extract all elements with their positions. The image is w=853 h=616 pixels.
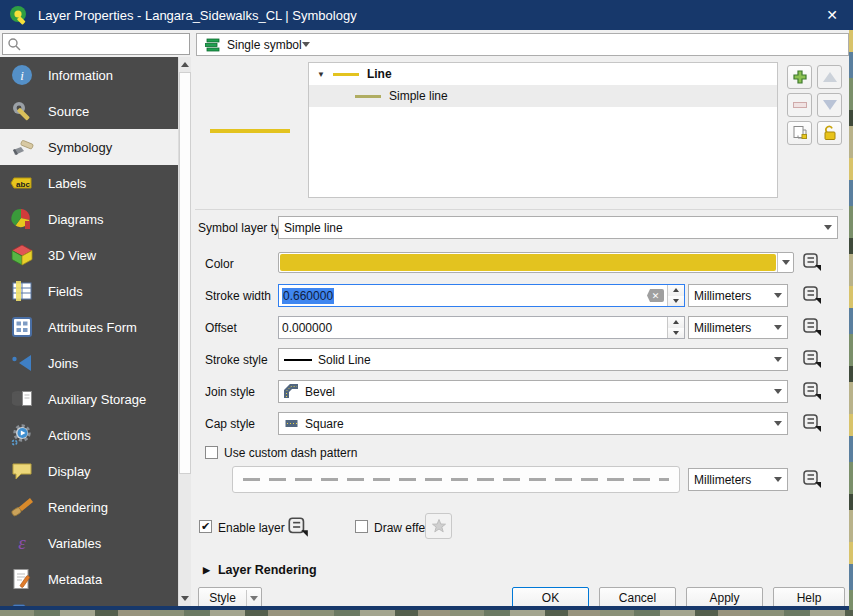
sidebar-item-partial[interactable] xyxy=(0,597,178,606)
sidebar-item-label: Labels xyxy=(48,176,86,191)
style-button-label: Style xyxy=(199,591,246,605)
offset-label: Offset xyxy=(205,321,237,335)
ok-button-label: OK xyxy=(542,591,559,605)
sidebar-scrollbar[interactable] xyxy=(178,57,191,606)
apply-button-label: Apply xyxy=(709,591,739,605)
sidebar-item-label: Diagrams xyxy=(48,212,104,227)
clear-value-icon[interactable]: ✕ xyxy=(647,289,664,302)
layer-rendering-expander[interactable]: ▶ Layer Rendering xyxy=(203,563,317,577)
minus-icon xyxy=(793,102,807,108)
qgis-logo-icon xyxy=(9,5,29,25)
enable-layer-checkbox[interactable]: ✔ xyxy=(199,520,212,533)
symbol-layer-type-dropdown[interactable]: Simple line xyxy=(278,216,838,239)
data-defined-override-icon xyxy=(801,317,823,337)
sidebar-item-labels[interactable]: abc Labels xyxy=(0,165,178,201)
offset-override-button[interactable] xyxy=(800,316,824,338)
renderer-dropdown[interactable]: Single symbol xyxy=(196,33,849,56)
dash-pattern-button[interactable] xyxy=(232,466,680,493)
duplicate-symbol-layer-button[interactable] xyxy=(787,121,812,145)
join-style-value: Bevel xyxy=(305,385,335,399)
sidebar-item-fields[interactable]: Fields xyxy=(0,273,178,309)
join-style-label: Join style xyxy=(205,385,255,399)
sidebar-item-label: Metadata xyxy=(48,572,102,587)
title-bar: Layer Properties - Langara_Sidewalks_CL … xyxy=(0,0,853,30)
divider xyxy=(195,209,843,210)
join-style-override-button[interactable] xyxy=(800,380,824,402)
offset-spinner[interactable] xyxy=(667,317,684,338)
tree-expand-icon[interactable]: ▼ xyxy=(317,70,325,79)
solid-line-icon xyxy=(284,359,312,361)
source-icon xyxy=(10,99,34,123)
custom-dash-checkbox[interactable] xyxy=(205,446,218,459)
add-symbol-layer-button[interactable] xyxy=(787,65,812,89)
sidebar-item-display[interactable]: Display xyxy=(0,453,178,489)
cap-style-override-button[interactable] xyxy=(800,412,824,434)
close-button[interactable]: ✕ xyxy=(811,0,853,30)
sidebar-item-actions[interactable]: Actions xyxy=(0,417,178,453)
map-background-sliver-right xyxy=(849,30,853,610)
star-icon xyxy=(431,518,447,534)
stroke-style-override-button[interactable] xyxy=(800,348,824,370)
sidebar-item-attributes-form[interactable]: Attributes Form xyxy=(0,309,178,345)
dash-pattern-preview xyxy=(243,478,669,481)
tree-row-line[interactable]: ▼ Line xyxy=(309,63,777,85)
chevron-down-icon xyxy=(774,389,782,394)
effects-options-button[interactable] xyxy=(425,513,452,539)
chevron-down-icon xyxy=(824,225,832,230)
simple-line-swatch xyxy=(355,95,381,98)
actions-icon xyxy=(10,423,34,447)
move-down-button[interactable] xyxy=(817,93,842,117)
sidebar-item-diagrams[interactable]: Diagrams xyxy=(0,201,178,237)
sidebar-item-joins[interactable]: Joins xyxy=(0,345,178,381)
stroke-style-value: Solid Line xyxy=(318,353,371,367)
scrollbar-thumb[interactable] xyxy=(179,72,191,474)
sidebar-item-information[interactable]: i Information xyxy=(0,57,178,93)
cap-style-dropdown[interactable]: Square xyxy=(278,412,788,435)
offset-input[interactable]: 0.000000 xyxy=(278,316,685,339)
sidebar-item-symbology[interactable]: Symbology xyxy=(0,129,178,165)
cap-style-label: Cap style xyxy=(205,417,255,431)
bevel-join-icon xyxy=(284,384,299,399)
fields-icon xyxy=(10,279,34,303)
sidebar-item-rendering[interactable]: Rendering xyxy=(0,489,178,525)
sidebar-item-source[interactable]: Source xyxy=(0,93,178,129)
custom-dash-label: Use custom dash pattern xyxy=(224,446,357,460)
stroke-width-input[interactable]: 0.660000 ✕ xyxy=(278,284,685,307)
sidebar-item-label: Variables xyxy=(48,536,101,551)
enable-layer-override-button[interactable] xyxy=(286,516,310,538)
variables-icon: ε xyxy=(10,531,34,555)
chevron-down-icon xyxy=(774,325,782,330)
color-override-button[interactable] xyxy=(800,251,824,273)
cap-style-value: Square xyxy=(305,417,344,431)
search-input[interactable] xyxy=(2,33,190,55)
join-style-dropdown[interactable]: Bevel xyxy=(278,380,788,403)
draw-effects-checkbox[interactable] xyxy=(355,520,368,533)
stroke-width-value: 0.660000 xyxy=(282,288,334,304)
auxiliary-storage-icon xyxy=(10,387,34,411)
sidebar-item-variables[interactable]: ε Variables xyxy=(0,525,178,561)
symbol-preview-line xyxy=(210,129,290,133)
move-up-button[interactable] xyxy=(817,65,842,89)
stroke-style-dropdown[interactable]: Solid Line xyxy=(278,348,788,371)
stroke-width-unit-dropdown[interactable]: Millimeters xyxy=(688,284,788,307)
color-dropdown-arrow[interactable] xyxy=(777,253,793,272)
color-button[interactable] xyxy=(278,252,794,273)
remove-symbol-layer-button[interactable] xyxy=(787,93,812,117)
dash-unit-dropdown[interactable]: Millimeters xyxy=(688,468,788,491)
tree-row-simple-line[interactable]: Simple line xyxy=(309,85,777,107)
scroll-down-button[interactable] xyxy=(179,591,191,606)
data-defined-override-icon xyxy=(286,516,310,538)
data-defined-override-icon xyxy=(801,285,823,305)
3d-view-icon xyxy=(10,243,34,267)
sidebar-item-auxiliary-storage[interactable]: Auxiliary Storage xyxy=(0,381,178,417)
sidebar-item-metadata[interactable]: Metadata xyxy=(0,561,178,597)
lock-color-button[interactable] xyxy=(817,121,842,145)
stroke-width-spinner[interactable] xyxy=(667,285,684,306)
stroke-width-override-button[interactable] xyxy=(800,284,824,306)
scroll-up-button[interactable] xyxy=(179,57,191,72)
unit-value: Millimeters xyxy=(694,289,751,303)
offset-unit-dropdown[interactable]: Millimeters xyxy=(688,316,788,339)
single-symbol-icon xyxy=(205,38,221,52)
dash-override-button[interactable] xyxy=(800,468,824,490)
sidebar-item-3d-view[interactable]: 3D View xyxy=(0,237,178,273)
